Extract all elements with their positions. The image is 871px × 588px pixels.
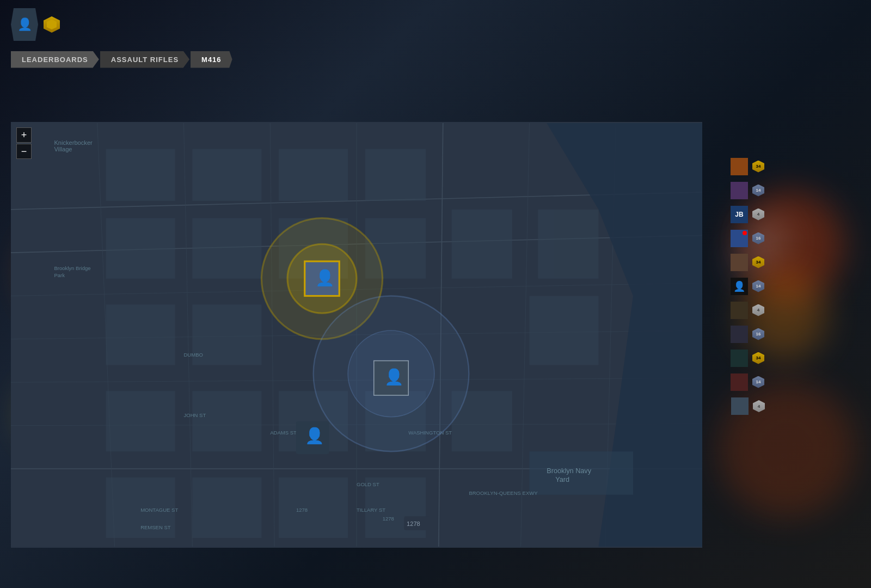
avatar-5 xyxy=(731,254,748,271)
svg-rect-35 xyxy=(530,296,599,365)
svg-rect-21 xyxy=(192,218,261,279)
svg-text:👤: 👤 xyxy=(315,268,335,287)
map-controls: + − xyxy=(16,127,32,159)
soldier-icon: 👤 xyxy=(11,8,38,41)
zoom-in-button[interactable]: + xyxy=(16,127,32,143)
breadcrumb-assaultrifles[interactable]: ASSAULT RIFLES xyxy=(100,51,189,68)
svg-text:1278: 1278 xyxy=(296,507,308,513)
zoom-out-button[interactable]: − xyxy=(16,144,32,159)
svg-text:Brooklyn Bridge: Brooklyn Bridge xyxy=(54,265,90,271)
svg-rect-18 xyxy=(279,149,348,201)
svg-text:Village: Village xyxy=(54,146,72,152)
svg-text:DUMBO: DUMBO xyxy=(184,352,203,358)
svg-rect-37 xyxy=(452,210,512,279)
my-avatar xyxy=(731,397,749,415)
svg-rect-17 xyxy=(192,149,261,201)
soldier-silhouette: 👤 xyxy=(17,17,32,32)
svg-rect-36 xyxy=(538,210,598,279)
svg-text:TILLARY ST: TILLARY ST xyxy=(357,507,385,513)
svg-text:JOHN ST: JOHN ST xyxy=(184,412,206,418)
online-indicator xyxy=(743,231,747,235)
svg-text:ADAMS ST: ADAMS ST xyxy=(270,430,297,436)
avatar-1 xyxy=(731,158,748,175)
svg-text:Park: Park xyxy=(54,272,65,278)
svg-rect-32 xyxy=(192,477,261,538)
avatar-4 xyxy=(731,230,748,247)
avatar-7 xyxy=(731,302,748,319)
svg-text:BROOKLYN-QUEENS EXWY: BROOKLYN-QUEENS EXWY xyxy=(469,490,538,496)
svg-rect-24 xyxy=(106,304,175,365)
svg-rect-33 xyxy=(279,477,348,538)
svg-text:MONTAGUE ST: MONTAGUE ST xyxy=(140,507,178,513)
avatar-6: 👤 xyxy=(731,278,748,295)
svg-text:Yard: Yard xyxy=(555,476,569,483)
svg-text:1278: 1278 xyxy=(383,516,394,522)
svg-rect-26 xyxy=(106,391,175,451)
avatar-8 xyxy=(731,326,748,343)
svg-text:Knickerbocker: Knickerbocker xyxy=(54,139,93,146)
svg-text:REMSEN ST: REMSEN ST xyxy=(140,524,171,530)
svg-text:GOLD ST: GOLD ST xyxy=(357,481,379,487)
svg-rect-16 xyxy=(106,149,175,201)
svg-rect-27 xyxy=(192,391,261,451)
avatar-10 xyxy=(731,373,748,391)
svg-rect-19 xyxy=(365,149,426,201)
breadcrumb: LEADERBOARDS ASSAULT RIFLES M416 xyxy=(11,51,234,68)
map-svg: Brooklyn Navy Yard Knickerbocker Village… xyxy=(11,122,702,548)
svg-text:👤: 👤 xyxy=(384,367,404,387)
avatar-3: JB xyxy=(731,206,748,223)
svg-text:👤: 👤 xyxy=(305,426,324,445)
svg-text:1278: 1278 xyxy=(407,520,420,527)
svg-rect-20 xyxy=(106,218,175,279)
map-container: Brooklyn Navy Yard Knickerbocker Village… xyxy=(11,122,702,548)
breadcrumb-leaderboards[interactable]: LEADERBOARDS xyxy=(11,51,99,68)
avatar-9 xyxy=(731,350,748,367)
avatar-2 xyxy=(731,182,748,199)
breadcrumb-weapon[interactable]: M416 xyxy=(191,51,232,68)
svg-text:Brooklyn Navy: Brooklyn Navy xyxy=(547,467,591,475)
svg-marker-0 xyxy=(47,20,57,29)
